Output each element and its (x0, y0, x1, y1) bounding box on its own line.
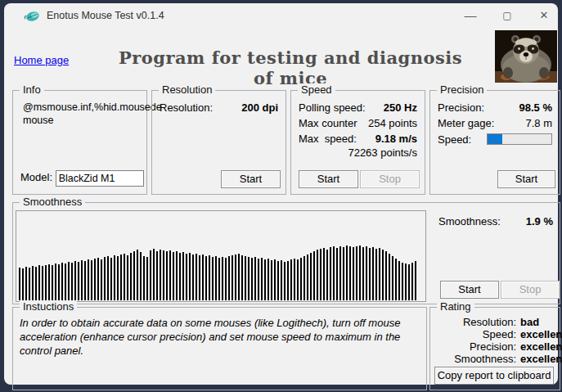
smoothness-value: 1.9 % (526, 215, 553, 228)
device-info-text: @msmouse.inf,%hid.mousede mouse (23, 101, 141, 127)
app-mouse-icon (24, 10, 40, 22)
precision-start-button[interactable]: Start (497, 170, 555, 188)
resolution-start-button[interactable]: Start (221, 170, 281, 188)
rating-precision-label: Precision: (430, 340, 516, 353)
smoothness-start-button[interactable]: Start (440, 281, 499, 299)
title-bar[interactable]: Enotus Mouse Test v0.1.4 — ▢ ✕ (4, 3, 558, 28)
close-button[interactable]: ✕ (526, 3, 562, 28)
model-input[interactable] (56, 170, 144, 187)
raccoon-photo (495, 30, 557, 83)
precision-value: 98.5 % (519, 101, 552, 114)
info-legend: Info (20, 83, 44, 96)
rating-precision-value: excellent (520, 340, 562, 353)
max-speed-label: Max speed: (299, 133, 357, 145)
model-row: Model: (20, 170, 144, 187)
resolution-label: Resolution: (160, 101, 213, 114)
histogram-bars (19, 211, 425, 300)
resolution-value: 200 dpi (241, 101, 278, 114)
precision-progress-bar (487, 133, 552, 145)
smoothness-stop-button: Stop (501, 281, 560, 299)
precision-speed-label: Speed: (438, 133, 471, 146)
rating-smoothness-value: excellent (520, 353, 562, 365)
instructions-legend: Instuctions (20, 300, 77, 313)
window-title: Enotus Mouse Test v0.1.4 (47, 10, 164, 21)
speed-start-button[interactable]: Start (299, 170, 358, 188)
home-page-link[interactable]: Home page (14, 54, 69, 66)
resolution-group: Resolution Resolution: 200 dpi Start (151, 90, 286, 195)
info-group: Info @msmouse.inf,%hid.mousede mouse Mod… (12, 90, 147, 195)
minimize-button[interactable]: — (452, 3, 488, 28)
page-title: Program for testing and diagnosis of mic… (110, 47, 470, 88)
speed-legend: Speed (298, 83, 335, 96)
app-window: Enotus Mouse Test v0.1.4 — ▢ ✕ Home page… (4, 3, 558, 385)
smoothness-legend: Smoothness (20, 196, 85, 208)
rating-group: Rating Resolution: bad Speed: excellent … (429, 307, 560, 390)
smoothness-label: Smoothness: (438, 215, 501, 228)
rating-legend: Rating (437, 300, 474, 313)
polling-speed-label: Polling speed: (299, 101, 366, 114)
max-counter-value: 254 points (368, 117, 417, 129)
instructions-group: Instuctions In order to obtain accurate … (12, 307, 427, 390)
maximize-button[interactable]: ▢ (489, 3, 525, 28)
rating-speed-value: excellent (520, 328, 562, 340)
instructions-text: In order to obtain accurate data on some… (20, 316, 417, 358)
copy-report-button[interactable]: Copy report to clipboard (434, 367, 554, 385)
precision-progress-fill (488, 134, 502, 144)
polling-speed-value: 250 Hz (384, 101, 417, 114)
max-speed-value: 9.18 m/s (375, 133, 417, 145)
points-per-second-value: 72263 points/s (348, 146, 417, 159)
precision-legend: Precision (437, 83, 487, 96)
smoothness-histogram (16, 210, 426, 302)
rating-speed-label: Speed: (430, 328, 516, 340)
rating-resolution-label: Resolution: (430, 316, 516, 328)
resolution-legend: Resolution (159, 83, 215, 96)
speed-group: Speed Polling speed: 250 Hz Max counter … (290, 90, 425, 195)
model-label: Model: (20, 171, 52, 183)
rating-smoothness-label: Smoothness: (430, 353, 516, 365)
smoothness-group: Smoothness Smoothness: 1.9 % Start Stop (12, 202, 560, 304)
precision-group: Precision Precision: 98.5 % Meter gage: … (429, 90, 560, 195)
rating-resolution-value: bad (520, 316, 539, 328)
meter-gage-value: 7.8 m (525, 117, 552, 129)
meter-gage-label: Meter gage: (438, 117, 494, 129)
speed-stop-button: Stop (360, 170, 420, 188)
precision-label: Precision: (438, 101, 484, 114)
max-counter-label: Max counter (299, 117, 357, 129)
